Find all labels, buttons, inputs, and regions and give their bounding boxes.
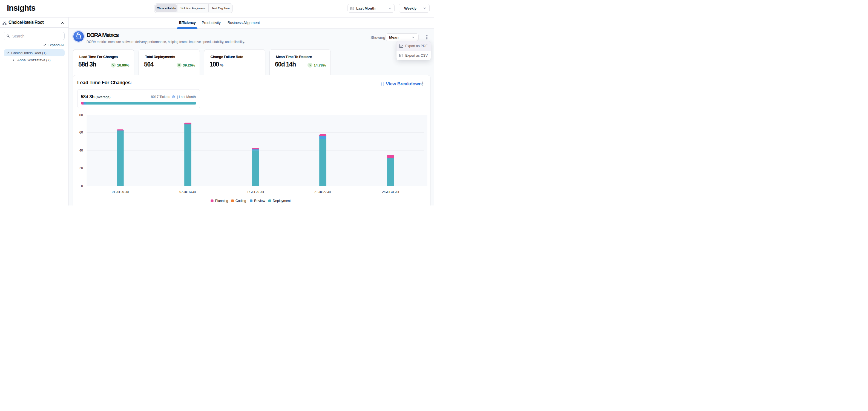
svg-text:21 Jul-27 Jul: 21 Jul-27 Jul [314, 190, 331, 194]
svg-text:14 Jul-20 Jul: 14 Jul-20 Jul [247, 190, 264, 194]
svg-text:01 Jul-06 Jul: 01 Jul-06 Jul [112, 190, 128, 194]
svg-text:0: 0 [81, 184, 83, 188]
svg-text:60: 60 [80, 131, 83, 134]
svg-text:Coding: Coding [236, 199, 246, 203]
svg-text:80: 80 [80, 113, 83, 117]
svg-text:20: 20 [80, 166, 83, 170]
svg-text:07 Jul-13 Jul: 07 Jul-13 Jul [179, 190, 196, 194]
svg-text:Deployment: Deployment [273, 199, 291, 203]
svg-text:40: 40 [80, 148, 83, 152]
svg-text:Planning: Planning [215, 199, 228, 203]
svg-text:28 Jul-31 Jul: 28 Jul-31 Jul [382, 190, 399, 194]
svg-text:Review: Review [254, 199, 265, 203]
